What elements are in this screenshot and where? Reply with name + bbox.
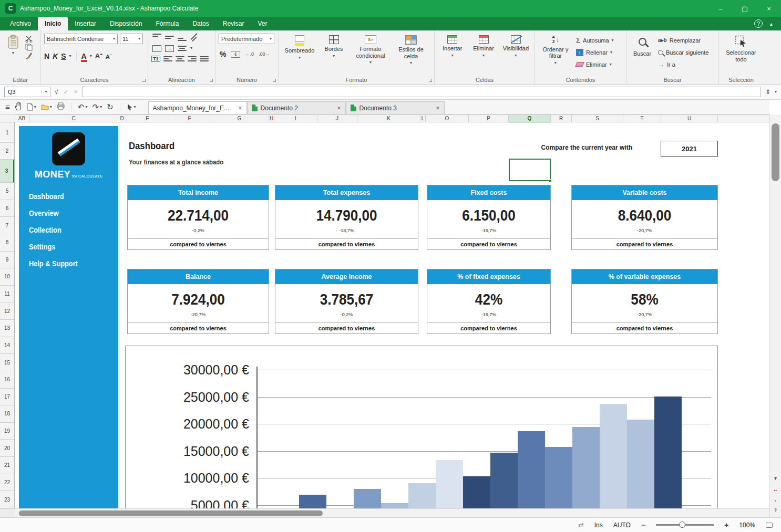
seleccionar-todo-button[interactable]: Seleccionar todo [721,34,761,64]
currency-style-icon[interactable]: € [231,51,240,58]
column-header-I[interactable]: I [274,115,317,123]
number-format-select[interactable]: Predeterminado▾ [219,34,274,44]
column-header-E[interactable]: E [126,115,169,123]
row-header-13[interactable]: 13 [0,320,14,337]
formato-condicional-button[interactable]: S> Formato condicional ▾ [349,34,392,66]
rellenar-button[interactable]: ↓Rellenar▾ [574,47,616,58]
insert-mode-indicator[interactable]: Ins [594,521,603,529]
scroll-down-button[interactable]: ▼ [770,474,781,483]
horizontal-scrollbar-thumb[interactable] [19,510,323,516]
sync-icon[interactable]: ⇄ [578,521,584,529]
zoom-out-button[interactable]: − [641,521,645,529]
column-header-S[interactable]: S [572,115,623,123]
row-header-9[interactable]: 9 [0,252,14,269]
italic-button[interactable]: K [53,52,58,60]
row-header-16[interactable]: 16 [0,371,14,389]
cancel-icon[interactable]: × [74,88,78,96]
buscar-button[interactable]: Buscar [629,34,656,70]
wrap-text-icon[interactable] [178,45,187,52]
close-tab-icon[interactable]: × [436,105,440,112]
minimize-button[interactable]: – [708,0,733,17]
copy-icon[interactable] [25,44,33,52]
align-right-icon[interactable] [188,55,197,62]
vertical-scrollbar-thumb[interactable] [772,123,779,181]
next-mark-button[interactable]: ▪ [770,496,781,505]
column-header-R[interactable]: R [551,115,572,123]
sidebar-item-settings[interactable]: Settings [19,238,118,255]
reemplazar-button[interactable]: a▸bReemplazar [656,35,711,46]
insertar-celdas-button[interactable]: Insertar ▾ [437,34,468,59]
refresh-icon[interactable]: ↻ [107,102,114,112]
cell-reference-box[interactable]: Q3 ▾ [4,87,50,97]
row-header-14[interactable]: 14 [0,337,14,354]
border-box-icon[interactable] [152,45,161,52]
auto-mode-indicator[interactable]: AUTO [613,521,631,529]
row-header-21[interactable]: 21 [0,457,14,474]
column-header-P[interactable]: P [469,115,509,123]
align-bottom-icon[interactable] [178,34,187,41]
shrink-font-button[interactable]: A− [106,53,112,60]
row-header-11[interactable]: 11 [0,286,14,303]
column-header-Q[interactable]: Q [509,115,551,123]
column-header-L[interactable]: L [420,115,426,123]
redo-button[interactable]: ↷▾ [92,102,102,112]
column-header-O[interactable]: O [426,115,469,123]
eliminar-celdas-button[interactable]: Eliminar ▾ [468,34,499,59]
column-header-J[interactable]: J [317,115,357,123]
increase-decimals-icon[interactable]: ←.0 [245,51,254,57]
chevron-down-icon[interactable]: ▾ [775,90,777,94]
format-painter-icon[interactable] [25,52,33,60]
font-name-select[interactable]: Bahnschrift Condense▾ [44,34,118,44]
chevron-down-icon[interactable]: ▾ [190,46,192,50]
ordenar-filtrar-button[interactable]: AZ↓ Ordenar y filtrar ▾ [537,34,574,70]
row-header-12[interactable]: 12 [0,302,14,320]
new-document-button[interactable]: ▾ [27,103,36,111]
menu-tab-disposición[interactable]: Disposición [103,17,149,30]
rotate-text-icon[interactable] [189,32,201,43]
row-header-3[interactable]: 3 [0,160,14,183]
menu-tab-ver[interactable]: Ver [251,17,274,30]
column-header-K[interactable]: K [357,115,420,123]
zoom-slider-knob[interactable] [679,521,685,528]
column-header-H[interactable]: H [269,115,274,123]
sidebar-item-help-support[interactable]: Help & Support [19,255,118,272]
chevron-down-icon[interactable]: ▾ [42,90,50,94]
open-document-button[interactable]: ▾ [41,103,52,110]
row-header-19[interactable]: 19 [0,423,14,440]
sidebar-item-overview[interactable]: Overview [19,205,118,222]
row-header-2[interactable]: 2 [0,143,14,160]
zoom-level[interactable]: 100% [739,521,755,529]
compare-year-input[interactable]: 2021 [661,141,718,157]
align-middle-icon[interactable] [165,34,174,41]
row-header-15[interactable]: 15 [0,354,14,371]
column-header-G[interactable]: G [210,115,269,123]
justify-icon[interactable] [200,55,209,62]
grid-corner[interactable] [0,114,15,122]
menu-tab-inicio[interactable]: Inicio [38,17,68,30]
maximize-button[interactable]: ▢ [733,0,757,17]
menu-tab-archivo[interactable]: Archivo [3,17,38,30]
document-tab[interactable]: Documento 3× [346,101,445,114]
collapse-ribbon-icon[interactable]: ▴ [770,21,773,27]
underline-button[interactable]: S [61,52,66,60]
eliminar-contenido-button[interactable]: Eliminar▾ [574,59,616,70]
horizontal-scrollbar[interactable] [15,508,769,517]
row-header-10[interactable]: 10 [0,268,14,286]
row-header-5[interactable]: 5 [0,183,14,200]
insert-function-icon[interactable]: √ [55,88,58,96]
percent-style-button[interactable]: % [220,50,226,58]
confirm-icon[interactable]: ✓ [64,88,69,96]
row-header-23[interactable]: 23 [0,491,14,508]
align-top-icon[interactable] [152,34,161,41]
sombreado-button[interactable]: Sombreado ▾ [281,34,318,61]
pointer-mode-button[interactable]: ▾ [127,103,136,111]
row-header-6[interactable]: 6 [0,200,14,217]
bold-button[interactable]: N [44,52,49,60]
chevron-down-icon[interactable]: ▾ [90,54,92,58]
close-tab-icon[interactable]: × [337,105,341,112]
formula-input[interactable] [82,87,761,97]
buscar-siguiente-button[interactable]: Buscar siguiente [656,47,711,58]
decrease-decimals-icon[interactable]: .00→ [259,51,270,57]
document-tab[interactable]: Documento 2× [247,101,346,114]
bordes-button[interactable]: Bordes ▾ [318,34,349,60]
